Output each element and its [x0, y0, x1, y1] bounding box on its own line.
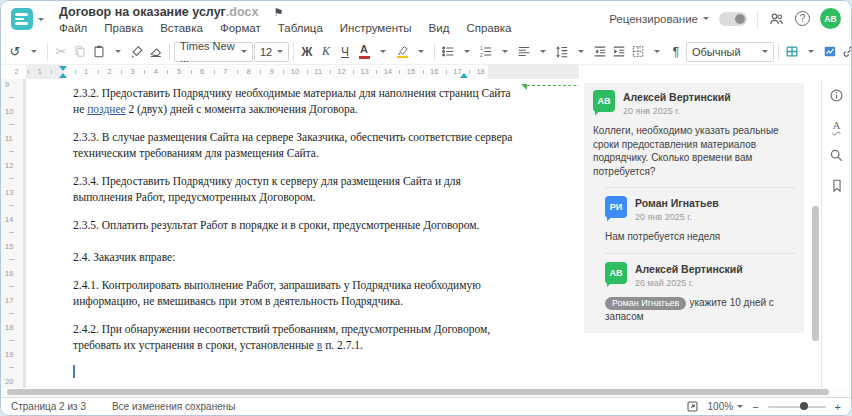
font-name-select[interactable]: Times New ... — [174, 42, 253, 62]
italic-button[interactable]: К — [317, 42, 335, 62]
app-logo[interactable] — [11, 8, 33, 30]
paste-caret-icon[interactable] — [109, 42, 127, 62]
underline-button[interactable]: Ч — [336, 42, 354, 62]
font-color-caret-icon[interactable] — [374, 42, 392, 62]
fit-to-width-icon[interactable] — [686, 400, 699, 413]
vertical-ruler[interactable]: 91011121314151617181920 — [1, 79, 23, 388]
vertical-scrollbar-thumb[interactable] — [812, 206, 819, 341]
avatar-tail — [595, 109, 602, 116]
ruler-number: 16 — [430, 67, 438, 76]
paragraph-style-select[interactable]: Обычный — [686, 42, 774, 62]
line-spacing-caret-icon[interactable] — [572, 42, 590, 62]
menu-item-5[interactable]: Таблица — [278, 22, 323, 34]
paragraph-4[interactable]: 2.3.5. Оплатить результат Работ в порядк… — [73, 217, 517, 233]
ruler-tick — [9, 124, 14, 125]
zoom-slider-knob[interactable] — [800, 402, 808, 410]
paragraph-1[interactable]: 2.3.2. Предоставить Подрядчику необходим… — [73, 85, 517, 117]
mention-chip[interactable]: Роман Игнатьев — [605, 297, 686, 310]
review-mode-button[interactable]: Рецензирование — [609, 13, 709, 25]
comment-reply-2[interactable]: АВАлексей Вертинский26 май 2025 г.Роман … — [605, 253, 795, 324]
menu-bar: ФайлПравкаВставкаФорматТаблицаИнструмент… — [59, 22, 512, 34]
zoom-in-button[interactable]: + — [835, 401, 841, 413]
current-user-avatar[interactable]: АВ — [820, 8, 841, 29]
insert-chart-icon[interactable] — [821, 42, 839, 62]
insert-table-icon[interactable] — [783, 42, 801, 62]
bullet-list-icon[interactable] — [439, 42, 457, 62]
numbered-list-caret-icon[interactable] — [496, 42, 514, 62]
page-number-indicator[interactable]: Страница 2 из 3 — [11, 401, 86, 412]
document-page[interactable]: 2.3.2. Предоставить Подрядчику необходим… — [26, 79, 579, 388]
ruler-tick — [446, 70, 447, 74]
about-info-icon[interactable] — [829, 87, 845, 103]
review-toggle[interactable] — [719, 12, 747, 26]
ruler-number: 12 — [337, 67, 345, 76]
left-indent-marker[interactable] — [59, 73, 67, 78]
ruler-tick — [75, 70, 76, 74]
menu-item-3[interactable]: Вставка — [160, 22, 203, 34]
ruler-number: 2 — [107, 67, 111, 76]
help-icon[interactable]: ? — [795, 11, 810, 26]
menu-item-4[interactable]: Формат — [220, 22, 261, 34]
horizontal-ruler[interactable]: 21123456789101112131415161718 — [1, 65, 579, 79]
ruler-number: 9 — [5, 80, 9, 89]
collaboration-users-icon[interactable] — [768, 11, 785, 27]
paragraph-borders-icon[interactable] — [629, 42, 647, 62]
nonprinting-chars-button[interactable]: ¶ — [667, 42, 685, 62]
copy-button[interactable] — [71, 42, 89, 62]
align-caret-icon[interactable] — [534, 42, 552, 62]
horizontal-scrollbar[interactable] — [1, 388, 851, 397]
ruler-tick — [399, 70, 400, 74]
right-indent-marker[interactable] — [460, 73, 468, 78]
cut-button[interactable]: ✂ — [52, 42, 70, 62]
document-text[interactable]: 2.3.2. Предоставить Подрядчику необходим… — [26, 79, 579, 378]
logo-menu-caret-icon[interactable] — [38, 18, 44, 21]
highlight-caret-icon[interactable] — [412, 42, 430, 62]
clear-style-eraser-icon[interactable] — [147, 42, 165, 62]
menu-item-2[interactable]: Правка — [104, 22, 143, 34]
paragraph-2[interactable]: 2.3.3. В случае размещения Сайта на серв… — [73, 129, 517, 161]
font-color-button[interactable]: А — [355, 42, 373, 62]
decrease-indent-icon[interactable] — [591, 42, 609, 62]
comment-author-avatar: АВ — [593, 90, 615, 112]
spellcheck-icon[interactable]: А — [829, 117, 845, 133]
bold-button[interactable]: Ж — [298, 42, 316, 62]
paste-button[interactable] — [90, 42, 108, 62]
menu-item-1[interactable]: Файл — [59, 22, 87, 34]
paragraph-7[interactable]: 2.4.2. При обнаружении несоответствий тр… — [73, 321, 517, 353]
highlight-color-button[interactable] — [393, 42, 411, 62]
zoom-value-select[interactable]: 100% — [708, 401, 744, 412]
comment-reply-1[interactable]: РИРоман Игнатьев20 янв 2025 г.Нам потреб… — [605, 187, 795, 244]
horizontal-scrollbar-thumb[interactable] — [7, 389, 829, 395]
menu-item-7[interactable]: Вид — [429, 22, 450, 34]
increase-indent-icon[interactable] — [610, 42, 628, 62]
paragraph-5[interactable]: 2.4. Заказчик вправе: — [73, 249, 517, 265]
numbered-list-icon[interactable]: 12 — [477, 42, 495, 62]
menu-item-6[interactable]: Инструменты — [340, 22, 412, 34]
comment-thread-card[interactable]: АВАлексей Вертинский20 янв 2025 г.Коллег… — [584, 83, 804, 333]
line-spacing-icon[interactable] — [553, 42, 571, 62]
undo-button[interactable]: ↺ — [6, 42, 24, 62]
undo-caret-icon[interactable] — [25, 42, 43, 62]
ruler-tick — [9, 367, 14, 368]
ruler-number: 18 — [5, 323, 13, 332]
borders-caret-icon[interactable] — [648, 42, 666, 62]
bullet-list-caret-icon[interactable] — [458, 42, 476, 62]
ruler-number: 19 — [5, 350, 13, 359]
format-painter-icon[interactable] — [128, 42, 146, 62]
zoom-out-button[interactable]: − — [752, 401, 758, 413]
font-size-select[interactable]: 12 — [254, 42, 289, 62]
table-caret-icon[interactable] — [802, 42, 820, 62]
menu-item-8[interactable]: Справка — [466, 22, 511, 34]
first-line-indent-marker[interactable] — [59, 66, 67, 71]
document-extension: .docx — [226, 5, 259, 19]
paragraph-3[interactable]: 2.3.4. Предоставить Подрядчику доступ к … — [73, 173, 517, 205]
align-left-icon[interactable] — [515, 42, 533, 62]
zoom-slider[interactable] — [768, 406, 826, 408]
insert-link-icon[interactable] — [840, 42, 851, 62]
search-icon[interactable] — [829, 147, 845, 163]
bookmark-icon[interactable] — [829, 177, 845, 193]
favorite-flag-icon[interactable]: ⚑ — [273, 6, 283, 19]
ruler-number: 15 — [407, 67, 415, 76]
paragraph-6[interactable]: 2.4.1. Контролировать выполнение Работ, … — [73, 277, 517, 309]
ruler-tick — [9, 178, 14, 179]
